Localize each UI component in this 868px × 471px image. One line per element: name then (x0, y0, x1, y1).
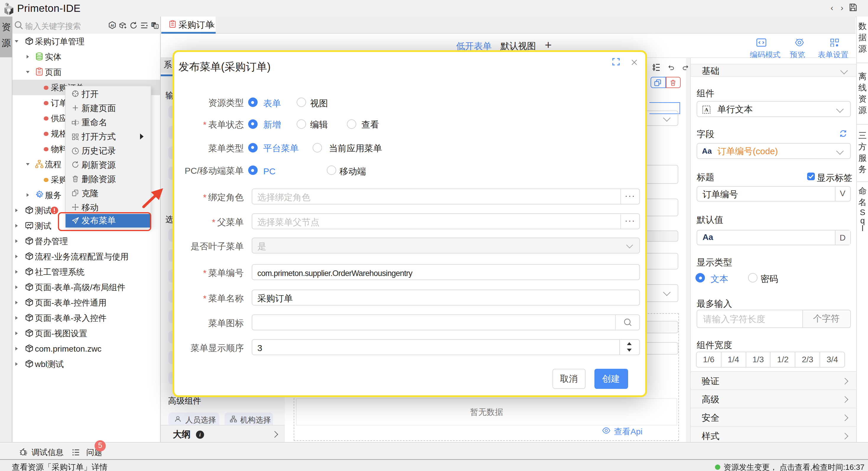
svg-text:AI: AI (110, 23, 114, 27)
svg-text:文: 文 (154, 25, 157, 28)
svg-text:A: A (705, 106, 709, 112)
svg-text:i: i (199, 431, 201, 437)
